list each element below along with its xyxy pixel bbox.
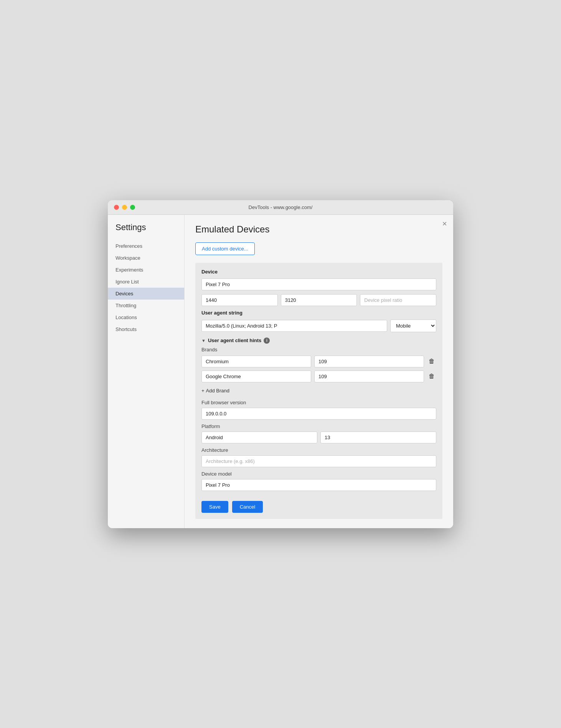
platform-label: Platform <box>201 423 436 429</box>
brand-version-input-1[interactable] <box>314 371 424 382</box>
client-hints-header: ▼ User agent client hints i <box>201 338 436 344</box>
titlebar: DevTools - www.google.com/ <box>108 200 453 215</box>
save-button[interactable]: Save <box>201 501 228 513</box>
ua-type-select[interactable]: Mobile Desktop Tablet <box>390 320 436 332</box>
close-traffic-light[interactable] <box>114 205 119 210</box>
minimize-traffic-light[interactable] <box>122 205 127 210</box>
plus-icon: + <box>201 388 205 394</box>
device-model-input[interactable] <box>201 479 436 491</box>
platform-row <box>201 432 436 443</box>
maximize-traffic-light[interactable] <box>130 205 135 210</box>
devtools-window: DevTools - www.google.com/ Settings Pref… <box>108 200 453 528</box>
brand-row-1: 🗑 <box>201 371 436 382</box>
sidebar-item-preferences[interactable]: Preferences <box>108 240 184 252</box>
brand-row-0: 🗑 <box>201 356 436 367</box>
sidebar-item-ignore-list[interactable]: Ignore List <box>108 276 184 288</box>
action-buttons: Save Cancel <box>201 501 436 513</box>
sidebar-item-locations[interactable]: Locations <box>108 311 184 323</box>
architecture-label: Architecture <box>201 447 436 453</box>
add-brand-label: Add Brand <box>206 388 229 394</box>
device-form: Device User agent string Mobile Desktop … <box>195 263 442 519</box>
window-title: DevTools - www.google.com/ <box>249 204 313 210</box>
ua-string-label: User agent string <box>201 310 436 316</box>
device-height-input[interactable] <box>281 294 357 306</box>
device-model-label: Device model <box>201 471 436 477</box>
full-browser-version-input[interactable] <box>201 408 436 420</box>
ua-string-input[interactable] <box>201 320 387 332</box>
device-name-input[interactable] <box>201 278 436 290</box>
cancel-button[interactable]: Cancel <box>232 501 263 513</box>
sidebar-item-devices[interactable]: Devices <box>108 288 184 300</box>
architecture-input[interactable] <box>201 455 436 467</box>
device-width-input[interactable] <box>201 294 278 306</box>
collapse-arrow-icon[interactable]: ▼ <box>201 338 206 343</box>
device-pixel-ratio-input[interactable] <box>360 294 436 306</box>
device-section-label: Device <box>201 269 436 275</box>
brand-name-input-1[interactable] <box>201 371 311 382</box>
brand-version-input-0[interactable] <box>314 356 424 367</box>
full-browser-version-label: Full browser version <box>201 400 436 405</box>
content-area: ✕ Emulated Devices Add custom device... … <box>185 215 453 528</box>
sidebar-title: Settings <box>108 222 184 240</box>
add-custom-device-button[interactable]: Add custom device... <box>195 242 255 255</box>
close-button[interactable]: ✕ <box>442 221 447 227</box>
ua-row: Mobile Desktop Tablet <box>201 320 436 332</box>
brand-name-input-0[interactable] <box>201 356 311 367</box>
add-brand-button[interactable]: + Add Brand <box>201 385 229 396</box>
platform-version-input[interactable] <box>320 432 436 443</box>
delete-brand-button-0[interactable]: 🗑 <box>427 356 436 366</box>
delete-brand-button-1[interactable]: 🗑 <box>427 371 436 381</box>
brands-label: Brands <box>201 347 436 352</box>
sidebar-item-experiments[interactable]: Experiments <box>108 264 184 276</box>
sidebar: Settings Preferences Workspace Experimen… <box>108 215 185 528</box>
info-icon: i <box>264 338 270 344</box>
sidebar-item-throttling[interactable]: Throttling <box>108 300 184 311</box>
main-content: Settings Preferences Workspace Experimen… <box>108 215 453 528</box>
client-hints-label: User agent client hints <box>208 338 261 343</box>
traffic-lights <box>114 205 135 210</box>
platform-name-input[interactable] <box>201 432 317 443</box>
dimensions-row <box>201 294 436 306</box>
sidebar-item-workspace[interactable]: Workspace <box>108 252 184 264</box>
sidebar-item-shortcuts[interactable]: Shortcuts <box>108 323 184 335</box>
page-title: Emulated Devices <box>195 224 442 235</box>
